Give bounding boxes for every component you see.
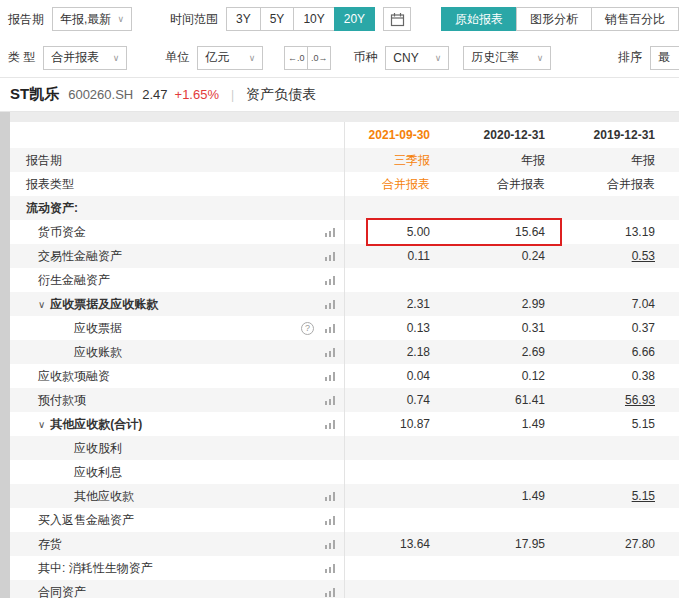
bar-chart-icon[interactable]: [324, 274, 336, 286]
table-row: 合同资产: [10, 580, 679, 598]
row-label-cell: 应收款项融资: [10, 364, 345, 388]
cell-value: 0.11: [345, 249, 440, 263]
bar-chart-icon[interactable]: [324, 418, 336, 430]
calendar-button[interactable]: [383, 7, 411, 31]
column-header: 2020-12-31: [440, 128, 555, 142]
row-label: 货币资金: [38, 224, 86, 241]
view-tab[interactable]: 销售百分比: [591, 7, 679, 31]
row-label-cell: 存货: [10, 532, 345, 556]
cell-value: 61.41: [440, 393, 555, 407]
cell-value: 2.31: [345, 297, 440, 311]
time-range-3y[interactable]: 3Y: [226, 7, 261, 31]
time-range-group: 3Y5Y10Y20Y: [226, 7, 375, 31]
calendar-icon: [390, 12, 405, 27]
row-label: 报告期: [26, 152, 62, 169]
type-select[interactable]: 合并报表 ∨: [43, 46, 127, 70]
row-label: 应收股利: [74, 440, 122, 457]
sort-value: 最: [658, 49, 670, 66]
sort-group: 排序 最 ∨: [618, 46, 679, 70]
table-row: 其中: 消耗性生物资产: [10, 556, 679, 580]
bar-chart-icon[interactable]: [324, 514, 336, 526]
stock-price: 2.47: [142, 87, 167, 102]
view-tab[interactable]: 原始报表: [441, 7, 517, 31]
cell-value: 年报: [555, 152, 665, 169]
time-range-5y[interactable]: 5Y: [260, 7, 295, 31]
bar-chart-icon[interactable]: [324, 298, 336, 310]
currency-value: CNY: [393, 51, 418, 65]
cell-value: 0.74: [345, 393, 440, 407]
cell-value: 合并报表: [440, 176, 555, 193]
currency-label: 币种: [353, 49, 377, 66]
bar-chart-icon[interactable]: [324, 586, 336, 598]
row-label-cell: 交易性金融资产: [10, 244, 345, 268]
cell-value[interactable]: 0.53: [555, 249, 665, 263]
view-tab-group: 原始报表图形分析销售百分比: [441, 7, 679, 31]
sort-label: 排序: [618, 49, 642, 66]
bar-chart-icon[interactable]: [324, 250, 336, 262]
bar-chart-icon[interactable]: [324, 538, 336, 550]
separator-band: [0, 112, 679, 122]
cell-value: 合并报表: [345, 176, 440, 193]
cell-value: 0.37: [555, 321, 665, 335]
report-period-select[interactable]: 年报,最新 ∨: [52, 7, 132, 31]
cell-value: 0.31: [440, 321, 555, 335]
column-header: 2021-09-30: [345, 128, 440, 142]
row-label: 应收账款: [74, 344, 122, 361]
decrease-decimal-icon[interactable]: ←.0: [284, 46, 308, 70]
bar-chart-icon[interactable]: [324, 562, 336, 574]
time-range-10y[interactable]: 10Y: [293, 7, 334, 31]
bar-chart-icon[interactable]: [324, 490, 336, 502]
time-range-20y[interactable]: 20Y: [334, 7, 375, 31]
cell-value: 5.00: [345, 225, 440, 239]
cell-value: 13.64: [345, 537, 440, 551]
cell-value: 0.13: [345, 321, 440, 335]
table-row: 应收票据 ? 0.13 0.31 0.37: [10, 316, 679, 340]
cell-value: 三季报: [345, 152, 440, 169]
cell-value: 13.19: [555, 225, 665, 239]
divider: |: [231, 88, 234, 102]
row-label: 预付款项: [38, 392, 86, 409]
chevron-down-icon[interactable]: ∨: [38, 299, 45, 310]
row-label: 其他应收款(合计): [50, 416, 142, 433]
report-period-label: 报告期: [8, 11, 44, 28]
chevron-down-icon[interactable]: ∨: [38, 419, 45, 430]
bar-chart-icon[interactable]: [324, 346, 336, 358]
table-row: 应收股利: [10, 436, 679, 460]
bar-chart-icon[interactable]: [324, 226, 336, 238]
unit-select[interactable]: 亿元 ∨: [197, 46, 263, 70]
report-period-value: 年报,最新: [60, 11, 111, 28]
stock-name: ST凯乐: [10, 85, 59, 104]
table-row: ∨ 应收票据及应收账款 2.31 2.99 7.04: [10, 292, 679, 316]
row-label: 报表类型: [26, 176, 74, 193]
bar-chart-icon[interactable]: [324, 322, 336, 334]
cell-value: 0.12: [440, 369, 555, 383]
row-label-cell: 应收票据 ?: [10, 316, 345, 340]
cell-value: 5.15: [555, 417, 665, 431]
table-row: 其他应收款 1.49 5.15: [10, 484, 679, 508]
bar-chart-icon[interactable]: [324, 370, 336, 382]
cell-value: 0.38: [555, 369, 665, 383]
row-label-cell: 应收股利: [10, 436, 345, 460]
cell-value[interactable]: 5.15: [555, 489, 665, 503]
header-label-spacer: [10, 122, 345, 148]
help-icon[interactable]: ?: [301, 322, 314, 335]
row-label: 衍生金融资产: [38, 272, 110, 289]
exchange-rate-select[interactable]: 历史汇率 ∨: [463, 46, 551, 70]
left-gutter: [0, 112, 10, 598]
cell-value: 合并报表: [555, 176, 665, 193]
table-row: ∨ 其他应收款(合计) 10.87 1.49 5.15: [10, 412, 679, 436]
chevron-down-icon: ∨: [537, 53, 544, 63]
bar-chart-icon[interactable]: [324, 394, 336, 406]
cell-value: 6.66: [555, 345, 665, 359]
row-label: 应收利息: [74, 464, 122, 481]
cell-value: 年报: [440, 152, 555, 169]
row-label-cell: 其他应收款: [10, 484, 345, 508]
currency-select[interactable]: CNY ∨: [385, 46, 449, 70]
row-label-cell: 流动资产:: [10, 196, 345, 220]
increase-decimal-icon[interactable]: .0→: [307, 46, 331, 70]
view-tab[interactable]: 图形分析: [516, 7, 592, 31]
stock-code: 600260.SH: [68, 87, 133, 102]
cell-value[interactable]: 56.93: [555, 393, 665, 407]
toolbar-row-1: 报告期 年报,最新 ∨ 时间范围 3Y5Y10Y20Y 原始报表图形分析销售百分…: [0, 0, 679, 38]
sort-select[interactable]: 最 ∨: [650, 46, 679, 70]
